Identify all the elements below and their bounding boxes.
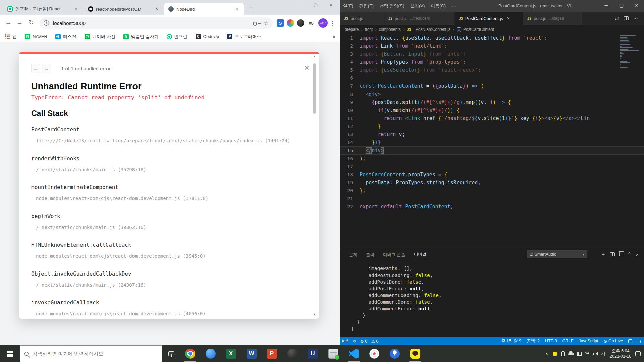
kakaotalk-tray-icon[interactable] xyxy=(551,345,559,362)
code-line[interactable]: 11 return <Link href={`/hashtag/${v.slic… xyxy=(340,114,644,122)
bookmark-yes24[interactable]: 예예스24 xyxy=(55,34,76,40)
bookmark-dict[interactable]: 가네이버 사전 xyxy=(85,34,115,40)
editor-tab-postcardcontent[interactable]: JS PostCardContent.js × xyxy=(455,12,523,25)
taskbar-kakaotalk-button[interactable] xyxy=(405,345,425,362)
menu-selection[interactable]: 선택 영역(S) xyxy=(377,3,407,9)
git-branch-label[interactable]: ter* xyxy=(342,339,348,343)
close-button[interactable]: ✕ xyxy=(629,0,644,12)
new-terminal-icon[interactable]: ＋ xyxy=(601,251,606,258)
back-icon[interactable]: ← xyxy=(3,17,14,29)
bookmarks-overflow-icon[interactable]: » xyxy=(333,34,335,39)
ime-indicator[interactable]: 가 xyxy=(599,345,607,362)
code-line[interactable]: 4import PropTypes from 'prop-types'; xyxy=(340,58,644,66)
browser-tab-github[interactable]: react-nodebird/PostCar × xyxy=(84,3,163,15)
extension-medialist-icon[interactable]: ≡♪ xyxy=(306,18,316,28)
tab-close-icon[interactable]: × xyxy=(154,6,160,12)
minimize-button[interactable]: ─ xyxy=(292,0,308,11)
encoding[interactable]: UTF-8 xyxy=(545,339,557,343)
code-line[interactable]: 19 postData: PropTypes.string.isRequired… xyxy=(340,179,644,187)
bookmark-codeup[interactable]: CCodeUp xyxy=(196,34,219,39)
maximize-button[interactable]: ▢ xyxy=(614,0,629,12)
code-line[interactable]: 20}; xyxy=(340,187,644,195)
code-line[interactable]: 13 return v; xyxy=(340,130,644,138)
code-line[interactable]: 7const PostCardContent = ({postData}) =>… xyxy=(340,82,644,90)
prev-error-button[interactable]: ← xyxy=(31,64,40,73)
clock[interactable]: 오후 6:04 2021-01-16 xyxy=(607,345,634,362)
maximize-panel-icon[interactable]: ⌃ xyxy=(627,251,632,257)
more-actions-icon[interactable]: ⋯ xyxy=(632,16,639,21)
cursor-position[interactable]: 줄 15, 열 9 xyxy=(501,338,521,344)
taskbar-navy-u-button[interactable]: U xyxy=(303,345,323,362)
password-key-icon[interactable] xyxy=(253,21,259,25)
code-line[interactable]: 16); xyxy=(340,155,644,163)
address-bar[interactable]: i localhost:3000 ☆ xyxy=(40,17,273,29)
panel-tab-debug-console[interactable]: 디버그 콘솔 xyxy=(383,249,405,260)
maximize-button[interactable]: ▢ xyxy=(308,0,323,11)
code-line[interactable]: 5import {useSelector} from 'react-redux'… xyxy=(340,66,644,74)
kill-terminal-icon[interactable] xyxy=(619,252,623,256)
warnings-count[interactable]: ⚠ 0 xyxy=(371,339,379,344)
scroll-down-icon[interactable]: ▼ xyxy=(312,313,317,316)
onedrive-cloud-icon[interactable] xyxy=(567,345,575,362)
code-line[interactable]: 2import Link from 'next/link'; xyxy=(340,42,644,50)
new-tab-button[interactable]: + xyxy=(247,4,255,13)
reload-icon[interactable]: ↻ xyxy=(25,17,37,29)
scrollbar-thumb[interactable] xyxy=(313,63,316,114)
bookmark-programmers[interactable]: P프로그래머스 xyxy=(227,34,261,40)
menu-file[interactable]: 일(F) xyxy=(340,3,356,9)
panel-tab-output[interactable]: 출력 xyxy=(366,249,374,260)
close-button[interactable]: ✕ xyxy=(323,0,339,11)
code-line[interactable]: 18PostCardContent.propTypes = { xyxy=(340,171,644,179)
code-line[interactable]: 12 } xyxy=(340,122,644,130)
code-line[interactable]: 22export default PostCardContent; xyxy=(340,203,644,211)
language-mode[interactable]: JavaScript xyxy=(579,339,598,343)
breadcrumb-item[interactable]: front xyxy=(365,27,373,32)
breadcrumb-item[interactable]: prepare xyxy=(345,27,359,32)
chrome-menu-icon[interactable]: ⋮ xyxy=(330,20,335,27)
site-info-icon[interactable]: i xyxy=(44,20,49,26)
next-error-button[interactable]: → xyxy=(42,64,51,73)
code-line[interactable]: 10 if(v.match(/(#[^\s#]+)/)) { xyxy=(340,106,644,114)
taskbar-dark-app-button[interactable] xyxy=(282,345,303,362)
tab-close-icon[interactable]: × xyxy=(234,6,240,12)
editor-tab-postjs-reducers[interactable]: JS post.js ...\reducers xyxy=(384,12,455,25)
indentation[interactable]: 공백: 2 xyxy=(527,338,540,344)
bookmark-spell[interactable]: N맞춤법 검사기 xyxy=(123,34,159,40)
sync-icon[interactable]: ↻ xyxy=(353,339,356,344)
browser-tab-inflearn[interactable]: 인프런 - [리뉴얼] React × xyxy=(3,3,83,15)
terminal-select[interactable]: 1: SmartAudio ▾ xyxy=(527,250,587,258)
split-terminal-icon[interactable] xyxy=(610,252,615,256)
bell-icon[interactable] xyxy=(638,340,641,343)
scroll-up-icon[interactable]: ▲ xyxy=(312,55,317,58)
remote-icon[interactable] xyxy=(628,339,632,343)
tab-close-icon[interactable]: × xyxy=(507,16,510,21)
tab-close-icon[interactable]: × xyxy=(73,6,79,12)
errors-count[interactable]: ⊘ 0 xyxy=(360,339,367,344)
menu-edit[interactable]: 편집(E) xyxy=(356,3,377,9)
taskbar-powerpoint-button[interactable]: P xyxy=(262,345,282,362)
minimize-button[interactable]: ─ xyxy=(599,0,614,12)
browser-tab-nodebird[interactable]: NodeBird × xyxy=(164,3,244,15)
code-line[interactable]: 14 })} xyxy=(340,138,644,146)
phone-tray-icon[interactable] xyxy=(559,345,567,362)
terminal-output[interactable]: imagePaths: [], addPostLoading: false, a… xyxy=(340,260,644,332)
menu-more-icon[interactable]: ··· xyxy=(449,3,459,8)
eol[interactable]: CRLF xyxy=(562,339,573,343)
breadcrumb-item[interactable]: PostCardContent.js xyxy=(416,27,450,32)
bookmark-naver[interactable]: NNAVER xyxy=(25,34,47,39)
editor-tab-userjs[interactable]: JS user.js xyxy=(340,12,384,25)
menu-view[interactable]: 보기(V) xyxy=(407,3,428,9)
start-button[interactable] xyxy=(0,345,20,362)
action-center-button[interactable] xyxy=(634,345,642,362)
editor-tab-postjs-sagas[interactable]: JS post.js ...\sagas xyxy=(523,12,582,25)
panel-tab-terminal[interactable]: 터미널 xyxy=(414,249,427,260)
code-line[interactable]: 8 <div> xyxy=(340,90,644,98)
code-line[interactable]: 15 </div> xyxy=(340,146,644,155)
search-input[interactable] xyxy=(33,351,158,356)
overlay-scrollbar[interactable]: ▲ ▼ xyxy=(312,55,317,316)
forward-icon[interactable]: → xyxy=(14,17,25,29)
taskbar-excel-button[interactable]: X xyxy=(221,345,241,362)
split-editor-icon[interactable] xyxy=(624,16,629,20)
taskbar-map-pin-button[interactable] xyxy=(384,345,405,362)
code-editor[interactable]: 1import React, {useState, useCallback, u… xyxy=(340,34,644,248)
